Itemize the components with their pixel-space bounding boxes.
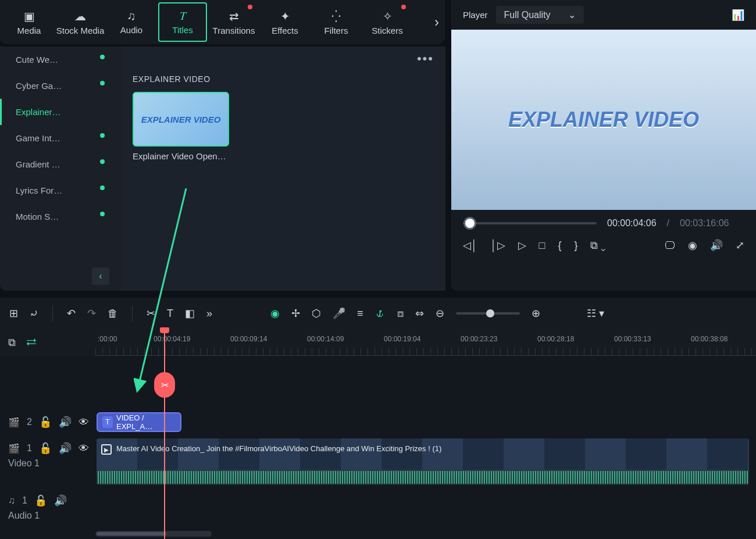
- marker-icon[interactable]: ⬡: [312, 307, 321, 320]
- mark-out-button[interactable]: }: [574, 240, 577, 252]
- track-index: 2: [27, 417, 32, 427]
- histogram-icon[interactable]: 📊: [732, 9, 744, 22]
- next-frame-button[interactable]: │▷: [490, 239, 505, 252]
- sidebar-item-motion[interactable]: Motion S…: [0, 204, 121, 230]
- new-dot-icon: [100, 133, 105, 138]
- display-button[interactable]: 🖵: [665, 240, 675, 252]
- crop-button[interactable]: ◧: [185, 307, 195, 320]
- play-button[interactable]: ▷: [518, 239, 526, 252]
- playhead-handle[interactable]: [160, 327, 169, 333]
- divider: [132, 305, 133, 322]
- lock-icon[interactable]: 🔓: [34, 494, 47, 507]
- current-time: 00:00:04:06: [607, 218, 657, 229]
- tab-media[interactable]: ▣ Media: [5, 2, 54, 42]
- player-controls: ◁│ │▷ ▷ □ { } ⧉ ⌄ 🖵 ◉ 🔊 ⤢: [451, 237, 756, 258]
- asset-thumbnail[interactable]: EXPLAINER VIDEO: [133, 92, 229, 147]
- sidebar-item-explainer[interactable]: Explainer…: [0, 99, 121, 125]
- more-options-button[interactable]: •••: [417, 51, 434, 66]
- ruler-ticks: [95, 348, 756, 356]
- tab-stock-media[interactable]: ☁︎ Stock Media: [56, 2, 105, 42]
- scrollbar-thumb[interactable]: [97, 532, 166, 536]
- new-indicator-dot: [401, 5, 406, 9]
- mute-icon[interactable]: 🔊: [59, 416, 72, 429]
- layout-grid-icon[interactable]: ⊞: [9, 307, 18, 320]
- more-tools-button[interactable]: »: [206, 308, 212, 320]
- stop-button[interactable]: □: [539, 240, 545, 252]
- assets-panel: ••• EXPLAINER VIDEO EXPLAINER VIDEO Expl…: [121, 47, 445, 291]
- seek-bar[interactable]: [463, 222, 597, 224]
- zoom-slider[interactable]: [456, 312, 520, 315]
- ruler-label: 00:00:23:23: [461, 335, 497, 343]
- tab-effects[interactable]: ✦ Effects: [261, 2, 309, 42]
- undo-button[interactable]: ↶: [67, 307, 76, 320]
- voiceover-icon[interactable]: 🎤: [333, 307, 345, 320]
- mute-icon[interactable]: 🔊: [59, 442, 72, 455]
- mark-in-button[interactable]: {: [558, 240, 561, 252]
- speed-icon[interactable]: ✢: [291, 307, 300, 320]
- mute-icon[interactable]: 🔊: [54, 494, 67, 507]
- visibility-icon[interactable]: 👁: [79, 416, 89, 429]
- lock-icon[interactable]: 🔓: [39, 442, 52, 455]
- ruler-label: 00:00:14:09: [307, 335, 344, 343]
- tab-titles[interactable]: 𝑇 Titles: [158, 2, 207, 42]
- sidebar-item-game-intro[interactable]: Game Int…: [0, 125, 121, 151]
- fit-icon[interactable]: ⇔: [415, 307, 424, 320]
- split-button[interactable]: ✂: [147, 307, 155, 320]
- lock-icon[interactable]: 🔓: [39, 416, 52, 429]
- snapshot-button[interactable]: ◉: [688, 239, 697, 252]
- video-clip[interactable]: ▶ Master AI Video Creation_ Join the #Fi…: [97, 438, 749, 485]
- timeline-scrollbar[interactable]: [95, 531, 212, 537]
- title-clip-icon: T: [102, 416, 113, 428]
- quality-dropdown[interactable]: Full Quality ⌄: [496, 6, 584, 24]
- timeline: ⧉ ⮂ :00:00 00:00:04:19 00:00:09:14 00:00…: [0, 329, 756, 539]
- playhead[interactable]: ✂: [164, 329, 165, 539]
- zoom-knob[interactable]: [486, 309, 494, 317]
- asset-card[interactable]: EXPLAINER VIDEO Explainer Video Open…: [133, 92, 434, 161]
- zoom-in-button[interactable]: ⊕: [532, 307, 540, 320]
- delete-button[interactable]: 🗑: [108, 308, 118, 320]
- sparkle-icon: ✦: [280, 9, 290, 23]
- track-options-icon[interactable]: ☷ ▾: [587, 307, 604, 320]
- tab-transitions[interactable]: ⇄ Transitions: [209, 2, 258, 42]
- tab-stickers[interactable]: ✧ Stickers: [363, 2, 412, 42]
- tabs-scroll-right[interactable]: ›: [434, 14, 439, 30]
- cursor-tool-icon[interactable]: ⤾: [30, 307, 38, 320]
- quick-split-button[interactable]: ✂: [154, 372, 175, 398]
- link-icon[interactable]: ⮂: [26, 337, 37, 349]
- auto-cut-icon[interactable]: ⫝̸: [375, 308, 386, 320]
- prev-frame-button[interactable]: ◁│: [463, 239, 477, 252]
- audio-mix-icon[interactable]: ≡: [357, 308, 363, 320]
- time-ruler[interactable]: :00:00 00:00:04:19 00:00:09:14 00:00:14:…: [95, 329, 756, 356]
- sidebar-item-label: Cute We…: [16, 55, 58, 65]
- player-panel: Player Full Quality ⌄ 📊 EXPLAINER VIDEO …: [451, 0, 756, 291]
- tab-filters[interactable]: ⁛ Filters: [312, 2, 361, 42]
- sidebar-item-cyber-gaming[interactable]: Cyber Ga…: [0, 73, 121, 99]
- video-preview[interactable]: EXPLAINER VIDEO: [451, 30, 756, 210]
- title-clip-label: VIDEO / EXPL_A…: [116, 413, 176, 431]
- add-track-icon[interactable]: ⧉: [8, 337, 16, 349]
- sidebar-item-cute-wedding[interactable]: Cute We…: [0, 47, 121, 73]
- video-track-row: 🎬1 🔓 🔊 👁 Video 1 ▶ Master AI Video Creat…: [0, 437, 756, 486]
- video-track-icon: 🎬: [8, 443, 20, 454]
- preview-title-graphic: EXPLAINER VIDEO: [508, 108, 699, 132]
- tab-media-label: Media: [17, 26, 41, 35]
- ruler-label: 00:00:04:19: [154, 335, 190, 343]
- tab-filters-label: Filters: [324, 26, 348, 35]
- zoom-out-button[interactable]: ⊖: [436, 307, 444, 320]
- ai-assist-icon[interactable]: ◉: [270, 307, 280, 320]
- seek-knob[interactable]: [465, 219, 475, 228]
- sidebar-item-lyrics[interactable]: Lyrics For…: [0, 177, 121, 204]
- sidebar-item-gradient[interactable]: Gradient …: [0, 151, 121, 177]
- redo-button[interactable]: ↷: [87, 307, 96, 320]
- text-tool-button[interactable]: T: [167, 308, 173, 320]
- ruler-label: :00:00: [98, 335, 117, 343]
- visibility-icon[interactable]: 👁: [79, 442, 89, 455]
- render-icon[interactable]: ⧈: [397, 308, 404, 320]
- volume-button[interactable]: 🔊: [710, 239, 723, 252]
- tab-transitions-label: Transitions: [213, 26, 255, 35]
- title-clip[interactable]: T VIDEO / EXPL_A…: [97, 412, 181, 432]
- collapse-sidebar-button[interactable]: ‹: [92, 267, 109, 285]
- tab-audio[interactable]: ♫ Audio: [107, 2, 156, 42]
- fullscreen-button[interactable]: ⤢: [736, 239, 744, 252]
- aspect-ratio-button[interactable]: ⧉ ⌄: [590, 240, 606, 252]
